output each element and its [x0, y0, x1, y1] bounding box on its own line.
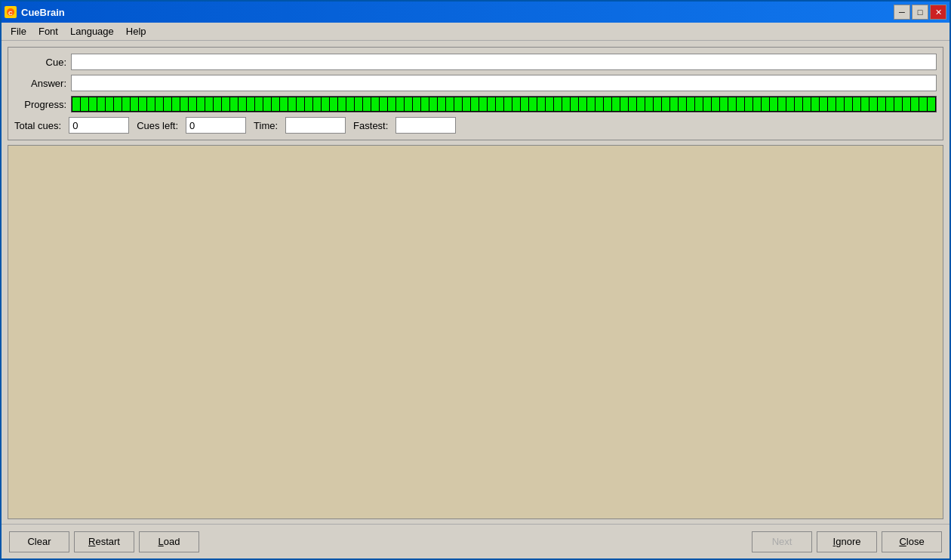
- window-close-button[interactable]: ✕: [930, 5, 946, 20]
- progress-segment: [164, 97, 171, 111]
- progress-bar: [71, 96, 937, 112]
- progress-segment: [894, 97, 902, 111]
- progress-segment: [620, 97, 628, 111]
- progress-segment: [703, 97, 711, 111]
- progress-segment: [645, 97, 653, 111]
- progress-segment: [172, 97, 180, 111]
- close-button[interactable]: Close: [882, 531, 942, 552]
- menu-help[interactable]: Help: [120, 24, 152, 38]
- progress-segment: [429, 97, 437, 111]
- progress-segment: [496, 97, 503, 111]
- progress-segment: [720, 97, 728, 111]
- progress-segment: [903, 97, 910, 111]
- progress-segment: [521, 97, 528, 111]
- progress-segment: [795, 97, 802, 111]
- clear-button[interactable]: Clear: [9, 531, 69, 552]
- cue-row: Cue:: [14, 54, 937, 70]
- bottom-left-buttons: Clear Restart Load: [9, 531, 199, 552]
- progress-segment: [81, 97, 88, 111]
- progress-segment: [529, 97, 537, 111]
- progress-bar-fill: [72, 97, 937, 112]
- progress-segment: [554, 97, 562, 111]
- app-icon: C: [5, 6, 17, 18]
- progress-segment: [97, 97, 105, 111]
- stats-row: Total cues: Cues left: Time: Fastest:: [14, 117, 937, 134]
- total-cues-input[interactable]: [69, 117, 129, 134]
- progress-segment: [820, 97, 827, 111]
- progress-segment: [629, 97, 636, 111]
- progress-segment: [579, 97, 586, 111]
- minimize-button[interactable]: ─: [894, 5, 910, 20]
- restore-button[interactable]: □: [912, 5, 928, 20]
- progress-segment: [687, 97, 694, 111]
- progress-segment: [886, 97, 894, 111]
- progress-segment: [811, 97, 819, 111]
- progress-segment: [438, 97, 445, 111]
- progress-segment: [488, 97, 495, 111]
- progress-segment: [662, 97, 669, 111]
- progress-segment: [604, 97, 611, 111]
- progress-segment: [197, 97, 205, 111]
- progress-segment: [546, 97, 553, 111]
- progress-segment: [828, 97, 836, 111]
- progress-segment: [147, 97, 155, 111]
- cue-label: Cue:: [14, 57, 71, 68]
- svg-text:C: C: [8, 10, 13, 17]
- progress-segment: [106, 97, 113, 111]
- time-label: Time:: [254, 120, 278, 131]
- progress-label: Progress:: [14, 99, 71, 110]
- progress-segment: [205, 97, 213, 111]
- progress-segment: [214, 97, 221, 111]
- progress-segment: [255, 97, 263, 111]
- progress-segment: [230, 97, 238, 111]
- progress-segment: [853, 97, 860, 111]
- progress-segment: [712, 97, 719, 111]
- title-bar-left: C CueBrain: [5, 6, 65, 18]
- progress-segment: [380, 97, 387, 111]
- progress-segment: [471, 97, 479, 111]
- load-button[interactable]: Load: [139, 531, 199, 552]
- progress-segment: [388, 97, 395, 111]
- progress-segment: [396, 97, 404, 111]
- time-input[interactable]: [285, 117, 346, 134]
- fastest-label: Fastest:: [353, 120, 388, 131]
- ignore-button[interactable]: Ignore: [817, 531, 877, 552]
- progress-segment: [878, 97, 885, 111]
- progress-segment: [122, 97, 130, 111]
- restart-button[interactable]: Restart: [74, 531, 134, 552]
- progress-segment: [504, 97, 512, 111]
- fields-section: Cue: Answer: Progress: Total cues:: [8, 47, 943, 140]
- progress-segment: [355, 97, 362, 111]
- progress-segment: [919, 97, 927, 111]
- cues-left-input[interactable]: [186, 117, 246, 134]
- progress-segment: [512, 97, 520, 111]
- menu-font[interactable]: Font: [32, 24, 64, 38]
- answer-row: Answer:: [14, 75, 937, 91]
- progress-segment: [836, 97, 844, 111]
- cue-input[interactable]: [71, 54, 937, 70]
- menu-language[interactable]: Language: [64, 24, 120, 38]
- notes-area: [8, 145, 943, 519]
- answer-input[interactable]: [71, 75, 937, 91]
- progress-segment: [189, 97, 196, 111]
- fastest-input[interactable]: [395, 117, 456, 134]
- progress-segment: [778, 97, 786, 111]
- progress-segment: [346, 97, 354, 111]
- progress-segment: [247, 97, 254, 111]
- progress-segment: [562, 97, 570, 111]
- progress-segment: [322, 97, 329, 111]
- answer-label: Answer:: [14, 78, 71, 89]
- progress-segment: [571, 97, 578, 111]
- next-button[interactable]: Next: [752, 531, 812, 552]
- progress-segment: [587, 97, 595, 111]
- menu-file[interactable]: File: [5, 24, 32, 38]
- progress-segment: [936, 97, 937, 111]
- progress-segment: [288, 97, 296, 111]
- progress-segment: [596, 97, 603, 111]
- app-title: CueBrain: [21, 7, 65, 18]
- progress-segment: [762, 97, 769, 111]
- progress-segment: [454, 97, 462, 111]
- progress-segment: [679, 97, 686, 111]
- progress-segment: [305, 97, 312, 111]
- progress-segment: [280, 97, 288, 111]
